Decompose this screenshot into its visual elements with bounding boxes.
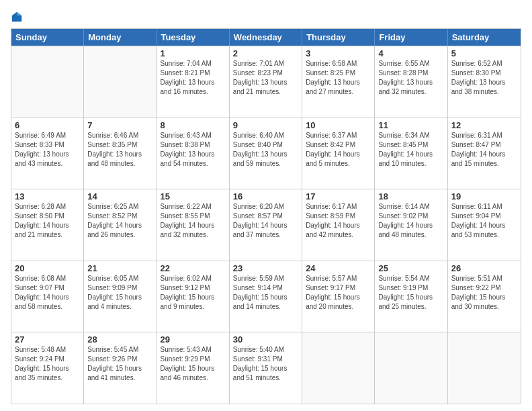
day-number: 13 [15, 191, 80, 201]
header [11, 11, 521, 23]
calendar-day-cell: 24Sunrise: 5:57 AM Sunset: 9:17 PM Dayli… [302, 261, 375, 332]
calendar-day-cell: 26Sunrise: 5:51 AM Sunset: 9:22 PM Dayli… [448, 261, 521, 332]
day-number: 28 [87, 334, 152, 345]
logo-icon [11, 11, 23, 23]
calendar-week-row: 1Sunrise: 7:04 AM Sunset: 8:21 PM Daylig… [11, 46, 521, 118]
page: SundayMondayTuesdayWednesdayThursdayFrid… [0, 0, 532, 411]
day-info: Sunrise: 6:58 AM Sunset: 8:25 PM Dayligh… [306, 59, 371, 97]
calendar-day-cell: 8Sunrise: 6:43 AM Sunset: 8:38 PM Daylig… [157, 118, 230, 189]
calendar-day-cell: 4Sunrise: 6:55 AM Sunset: 8:28 PM Daylig… [375, 46, 447, 118]
weekday-header: Saturday [448, 29, 521, 46]
calendar-day-cell [375, 332, 447, 404]
day-number: 22 [161, 263, 226, 273]
day-info: Sunrise: 6:05 AM Sunset: 9:09 PM Dayligh… [87, 274, 152, 312]
day-info: Sunrise: 6:52 AM Sunset: 8:30 PM Dayligh… [451, 59, 517, 97]
day-number: 24 [306, 263, 371, 273]
calendar-day-cell: 17Sunrise: 6:17 AM Sunset: 8:59 PM Dayli… [302, 189, 375, 261]
day-info: Sunrise: 5:48 AM Sunset: 9:24 PM Dayligh… [15, 345, 80, 383]
day-info: Sunrise: 7:04 AM Sunset: 8:21 PM Dayligh… [161, 59, 226, 97]
day-info: Sunrise: 6:37 AM Sunset: 8:42 PM Dayligh… [306, 131, 371, 169]
weekday-header: Tuesday [157, 29, 230, 46]
calendar-day-cell: 30Sunrise: 5:40 AM Sunset: 9:31 PM Dayli… [230, 332, 302, 404]
day-info: Sunrise: 7:01 AM Sunset: 8:23 PM Dayligh… [233, 59, 298, 97]
day-number: 27 [15, 334, 80, 345]
calendar-day-cell: 16Sunrise: 6:20 AM Sunset: 8:57 PM Dayli… [230, 189, 302, 261]
calendar-day-cell [302, 332, 375, 404]
calendar: SundayMondayTuesdayWednesdayThursdayFrid… [11, 28, 521, 404]
day-info: Sunrise: 6:20 AM Sunset: 8:57 PM Dayligh… [233, 202, 298, 240]
calendar-day-cell: 25Sunrise: 5:54 AM Sunset: 9:19 PM Dayli… [375, 261, 447, 332]
calendar-day-cell: 9Sunrise: 6:40 AM Sunset: 8:40 PM Daylig… [230, 118, 302, 189]
calendar-day-cell: 7Sunrise: 6:46 AM Sunset: 8:35 PM Daylig… [84, 118, 157, 189]
day-info: Sunrise: 6:25 AM Sunset: 8:52 PM Dayligh… [87, 202, 152, 240]
day-info: Sunrise: 5:43 AM Sunset: 9:29 PM Dayligh… [161, 345, 226, 383]
day-number: 26 [451, 263, 517, 273]
day-number: 2 [233, 48, 298, 58]
day-info: Sunrise: 6:08 AM Sunset: 9:07 PM Dayligh… [15, 274, 80, 312]
weekday-header: Friday [375, 29, 447, 46]
day-info: Sunrise: 6:31 AM Sunset: 8:47 PM Dayligh… [451, 131, 517, 169]
calendar-day-cell: 19Sunrise: 6:11 AM Sunset: 9:04 PM Dayli… [448, 189, 521, 261]
day-number: 16 [233, 191, 298, 201]
calendar-day-cell: 1Sunrise: 7:04 AM Sunset: 8:21 PM Daylig… [157, 46, 230, 118]
day-number: 4 [378, 48, 443, 58]
day-info: Sunrise: 6:34 AM Sunset: 8:45 PM Dayligh… [378, 131, 443, 169]
day-info: Sunrise: 5:57 AM Sunset: 9:17 PM Dayligh… [306, 274, 371, 312]
day-number: 11 [378, 120, 443, 130]
day-number: 20 [15, 263, 80, 273]
day-info: Sunrise: 6:17 AM Sunset: 8:59 PM Dayligh… [306, 202, 371, 240]
day-info: Sunrise: 6:14 AM Sunset: 9:02 PM Dayligh… [378, 202, 443, 240]
calendar-day-cell: 11Sunrise: 6:34 AM Sunset: 8:45 PM Dayli… [375, 118, 447, 189]
calendar-day-cell: 18Sunrise: 6:14 AM Sunset: 9:02 PM Dayli… [375, 189, 447, 261]
calendar-day-cell: 3Sunrise: 6:58 AM Sunset: 8:25 PM Daylig… [302, 46, 375, 118]
day-number: 7 [87, 120, 152, 130]
calendar-day-cell: 22Sunrise: 6:02 AM Sunset: 9:12 PM Dayli… [157, 261, 230, 332]
calendar-week-row: 13Sunrise: 6:28 AM Sunset: 8:50 PM Dayli… [11, 189, 521, 261]
day-number: 21 [87, 263, 152, 273]
calendar-day-cell [448, 332, 521, 404]
day-info: Sunrise: 5:51 AM Sunset: 9:22 PM Dayligh… [451, 274, 517, 312]
day-info: Sunrise: 6:43 AM Sunset: 8:38 PM Dayligh… [161, 131, 226, 169]
calendar-day-cell: 20Sunrise: 6:08 AM Sunset: 9:07 PM Dayli… [11, 261, 84, 332]
calendar-week-row: 20Sunrise: 6:08 AM Sunset: 9:07 PM Dayli… [11, 261, 521, 332]
calendar-day-cell: 27Sunrise: 5:48 AM Sunset: 9:24 PM Dayli… [11, 332, 84, 404]
day-info: Sunrise: 5:59 AM Sunset: 9:14 PM Dayligh… [233, 274, 298, 312]
weekday-header: Sunday [11, 29, 84, 46]
svg-marker-1 [17, 12, 21, 15]
day-info: Sunrise: 5:54 AM Sunset: 9:19 PM Dayligh… [378, 274, 443, 312]
day-number: 6 [15, 120, 80, 130]
calendar-day-cell: 6Sunrise: 6:49 AM Sunset: 8:33 PM Daylig… [11, 118, 84, 189]
day-number: 19 [451, 191, 517, 201]
weekday-header: Thursday [302, 29, 375, 46]
day-number: 9 [233, 120, 298, 130]
day-number: 25 [378, 263, 443, 273]
calendar-body: 1Sunrise: 7:04 AM Sunset: 8:21 PM Daylig… [11, 46, 521, 404]
day-info: Sunrise: 6:28 AM Sunset: 8:50 PM Dayligh… [15, 202, 80, 240]
day-info: Sunrise: 6:40 AM Sunset: 8:40 PM Dayligh… [233, 131, 298, 169]
calendar-week-row: 6Sunrise: 6:49 AM Sunset: 8:33 PM Daylig… [11, 118, 521, 189]
day-number: 29 [161, 334, 226, 345]
day-number: 23 [233, 263, 298, 273]
logo [11, 11, 24, 23]
calendar-day-cell: 21Sunrise: 6:05 AM Sunset: 9:09 PM Dayli… [84, 261, 157, 332]
calendar-day-cell [11, 46, 84, 118]
calendar-day-cell: 29Sunrise: 5:43 AM Sunset: 9:29 PM Dayli… [157, 332, 230, 404]
calendar-day-cell: 12Sunrise: 6:31 AM Sunset: 8:47 PM Dayli… [448, 118, 521, 189]
day-number: 15 [161, 191, 226, 201]
calendar-week-row: 27Sunrise: 5:48 AM Sunset: 9:24 PM Dayli… [11, 332, 521, 404]
day-info: Sunrise: 5:45 AM Sunset: 9:26 PM Dayligh… [87, 345, 152, 383]
day-info: Sunrise: 6:49 AM Sunset: 8:33 PM Dayligh… [15, 131, 80, 169]
weekday-header: Wednesday [230, 29, 302, 46]
day-number: 1 [161, 48, 226, 58]
calendar-day-cell: 28Sunrise: 5:45 AM Sunset: 9:26 PM Dayli… [84, 332, 157, 404]
day-number: 12 [451, 120, 517, 130]
calendar-day-cell: 2Sunrise: 7:01 AM Sunset: 8:23 PM Daylig… [230, 46, 302, 118]
day-info: Sunrise: 6:46 AM Sunset: 8:35 PM Dayligh… [87, 131, 152, 169]
calendar-day-cell: 14Sunrise: 6:25 AM Sunset: 8:52 PM Dayli… [84, 189, 157, 261]
day-number: 3 [306, 48, 371, 58]
calendar-day-cell: 5Sunrise: 6:52 AM Sunset: 8:30 PM Daylig… [448, 46, 521, 118]
calendar-day-cell: 23Sunrise: 5:59 AM Sunset: 9:14 PM Dayli… [230, 261, 302, 332]
day-number: 5 [451, 48, 517, 58]
calendar-day-cell [84, 46, 157, 118]
calendar-day-cell: 15Sunrise: 6:22 AM Sunset: 8:55 PM Dayli… [157, 189, 230, 261]
